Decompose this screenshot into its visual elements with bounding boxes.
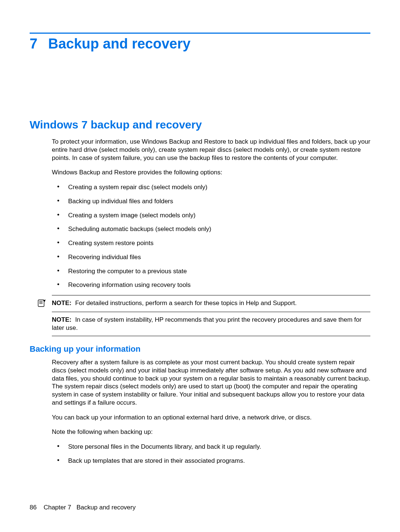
page-footer: 86 Chapter 7 Backup and recovery bbox=[30, 504, 136, 511]
svg-rect-0 bbox=[38, 300, 44, 307]
list-item: Recovering individual files bbox=[52, 253, 370, 261]
note-text: In case of system instability, HP recomm… bbox=[52, 316, 361, 331]
chapter-number: 7 bbox=[30, 36, 48, 52]
list-item: Back up templates that are stored in the… bbox=[52, 457, 370, 465]
list-item: Store personal files in the Documents li… bbox=[52, 443, 370, 451]
note-label: NOTE: bbox=[52, 316, 71, 323]
list-item: Creating a system repair disc (select mo… bbox=[52, 183, 370, 191]
subsection-heading-backing-up: Backing up your information bbox=[30, 344, 370, 354]
intro-paragraph-1: To protect your information, use Windows… bbox=[52, 138, 370, 162]
divider bbox=[52, 295, 370, 295]
list-item: Restoring the computer to a previous sta… bbox=[52, 267, 370, 275]
note-label: NOTE: bbox=[52, 300, 71, 307]
footer-chapter-label: Chapter 7 bbox=[44, 504, 71, 511]
chapter-title: Backup and recovery bbox=[48, 36, 190, 52]
intro-paragraph-2: Windows Backup and Restore provides the … bbox=[52, 168, 370, 177]
list-item: Creating a system image (select models o… bbox=[52, 211, 370, 220]
list-item: Creating system restore points bbox=[52, 239, 370, 247]
note-text: For detailed instructions, perform a sea… bbox=[75, 300, 297, 307]
chapter-rule bbox=[30, 33, 370, 34]
note-block: NOTE:For detailed instructions, perform … bbox=[52, 295, 370, 336]
list-item: Scheduling automatic backups (select mod… bbox=[52, 225, 370, 233]
backup-paragraph-2: You can back up your information to an o… bbox=[52, 414, 370, 422]
note-icon bbox=[36, 299, 48, 308]
chapter-heading: 7 Backup and recovery bbox=[30, 36, 370, 52]
list-item: Backing up individual files and folders bbox=[52, 197, 370, 205]
note-icon-spacer bbox=[36, 316, 48, 316]
divider bbox=[52, 336, 370, 336]
divider bbox=[52, 312, 370, 312]
page-number: 86 bbox=[30, 504, 37, 511]
footer-chapter-title: Backup and recovery bbox=[77, 504, 136, 511]
backup-notes-list: Store personal files in the Documents li… bbox=[52, 443, 370, 465]
backup-paragraph-3: Note the following when backing up: bbox=[52, 428, 370, 436]
note-2: NOTE:In case of system instability, HP r… bbox=[52, 314, 370, 334]
section-heading-windows7: Windows 7 backup and recovery bbox=[30, 118, 370, 131]
backup-paragraph-1: Recovery after a system failure is as co… bbox=[52, 358, 370, 407]
options-list: Creating a system repair disc (select mo… bbox=[52, 183, 370, 289]
document-page: 7 Backup and recovery Windows 7 backup a… bbox=[0, 0, 400, 532]
list-item: Recovering information using recovery to… bbox=[52, 281, 370, 289]
note-1: NOTE:For detailed instructions, perform … bbox=[52, 298, 370, 310]
